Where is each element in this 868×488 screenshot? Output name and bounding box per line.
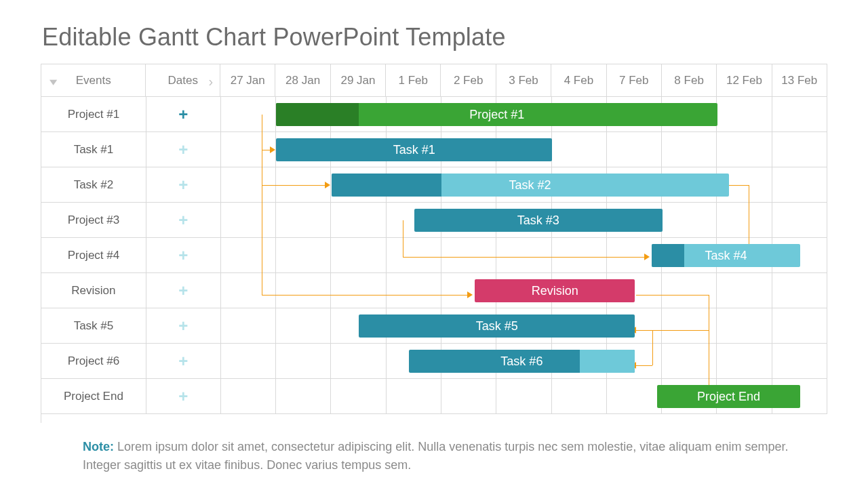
grid-cell xyxy=(331,167,386,203)
grid-cell xyxy=(331,238,386,273)
grid-cell xyxy=(387,344,441,379)
grid-cell xyxy=(441,379,496,414)
gantt-row: Project End+ xyxy=(41,379,827,414)
grid-cell xyxy=(441,273,496,308)
grid-cell xyxy=(441,203,496,238)
grid-cell xyxy=(552,97,607,132)
slide-title: Editable Gantt Chart PowerPoint Template xyxy=(42,23,827,52)
grid-cell xyxy=(496,273,551,308)
grid-cell xyxy=(496,167,551,203)
grid-cell xyxy=(662,344,717,379)
grid-cell xyxy=(496,379,551,414)
gantt-row: Task #2+ xyxy=(41,167,827,203)
row-name: Task #5 xyxy=(41,308,146,344)
header-events: ▾ Events xyxy=(41,64,146,97)
grid-cell xyxy=(331,308,386,344)
grid-cell xyxy=(331,132,386,167)
expand-button[interactable]: + xyxy=(146,308,221,344)
footer-note: Note: Lorem ipsum dolor sit amet, consec… xyxy=(83,438,795,474)
grid-cell xyxy=(662,238,717,273)
grid-cell xyxy=(662,379,717,414)
grid-cell xyxy=(662,132,717,167)
grid-cell xyxy=(221,132,276,167)
grid-cell xyxy=(717,273,772,308)
row-name: Project #4 xyxy=(41,238,146,273)
grid-cell xyxy=(662,308,717,344)
grid-cell xyxy=(221,308,276,344)
grid-cell xyxy=(441,97,496,132)
row-name: Task #1 xyxy=(41,132,146,167)
grid-cell xyxy=(552,344,607,379)
grid-cell xyxy=(607,167,662,203)
gantt-chart: ▾ Events Dates › 27 Jan28 Jan29 Jan1 Feb… xyxy=(41,64,827,423)
grid-cell xyxy=(717,238,772,273)
grid-cell xyxy=(441,308,496,344)
plus-icon: + xyxy=(178,318,188,334)
row-name: Task #2 xyxy=(41,167,146,203)
grid-cell xyxy=(772,167,827,203)
header-day: 27 Jan xyxy=(220,64,275,97)
grid-cell xyxy=(276,308,331,344)
plus-icon: + xyxy=(178,388,188,405)
header-day: 4 Feb xyxy=(551,64,606,97)
expand-button[interactable]: + xyxy=(146,167,221,203)
header-dates-label: Dates xyxy=(168,74,198,87)
expand-button[interactable]: + xyxy=(146,132,221,167)
grid-cell xyxy=(717,344,772,379)
grid-cell xyxy=(717,308,772,344)
grid-cell xyxy=(387,97,441,132)
expand-button[interactable]: + xyxy=(146,97,221,132)
grid-cell xyxy=(387,132,441,167)
grid-cell xyxy=(221,238,276,273)
header-day: 1 Feb xyxy=(386,64,441,97)
grid-cell xyxy=(387,238,441,273)
expand-button[interactable]: + xyxy=(146,344,221,379)
grid-cell xyxy=(607,97,662,132)
chevron-down-icon[interactable]: ▾ xyxy=(50,75,57,88)
header-dates: Dates › xyxy=(146,64,220,97)
grid-cell xyxy=(331,203,386,238)
grid-cell xyxy=(772,273,827,308)
grid-cell xyxy=(441,167,496,203)
grid-cell xyxy=(276,132,331,167)
grid-cell xyxy=(607,344,662,379)
plus-icon: + xyxy=(178,212,188,228)
grid-cell xyxy=(552,238,607,273)
row-name: Project #3 xyxy=(41,203,146,238)
expand-button[interactable]: + xyxy=(146,273,221,308)
expand-button[interactable]: + xyxy=(146,379,221,414)
grid-cell xyxy=(276,203,331,238)
row-name: Project End xyxy=(41,379,146,414)
grid-cell xyxy=(552,273,607,308)
grid-cell xyxy=(441,344,496,379)
grid-cell xyxy=(496,132,551,167)
grid-cell xyxy=(607,132,662,167)
plus-icon: + xyxy=(178,283,188,299)
grid-cell xyxy=(387,203,441,238)
grid-cell xyxy=(387,379,441,414)
expand-button[interactable]: + xyxy=(146,238,221,273)
header-day: 3 Feb xyxy=(496,64,551,97)
grid-cell xyxy=(717,203,772,238)
gantt-row: Project #3+ xyxy=(41,203,827,238)
plus-icon: + xyxy=(178,177,188,193)
grid-cell xyxy=(331,379,386,414)
grid-cell xyxy=(331,273,386,308)
expand-button[interactable]: + xyxy=(146,203,221,238)
chevron-right-icon[interactable]: › xyxy=(208,74,213,89)
gantt-row: Project #1+ xyxy=(41,97,827,132)
header-day: 2 Feb xyxy=(441,64,496,97)
header-days: 27 Jan28 Jan29 Jan1 Feb2 Feb3 Feb4 Feb7 … xyxy=(220,64,827,97)
gantt-row: Revision+ xyxy=(41,273,827,308)
grid-cell xyxy=(772,379,827,414)
grid-cell xyxy=(496,203,551,238)
grid-cell xyxy=(772,203,827,238)
grid-cell xyxy=(552,167,607,203)
gantt-row: Project #4+ xyxy=(41,238,827,273)
gantt-rows: Project #1+Task #1+Task #2+Project #3+Pr… xyxy=(41,97,827,414)
grid-cell xyxy=(387,273,441,308)
header-day: 8 Feb xyxy=(662,64,717,97)
grid-cell xyxy=(662,273,717,308)
header-day: 28 Jan xyxy=(275,64,330,97)
grid-cell xyxy=(276,238,331,273)
